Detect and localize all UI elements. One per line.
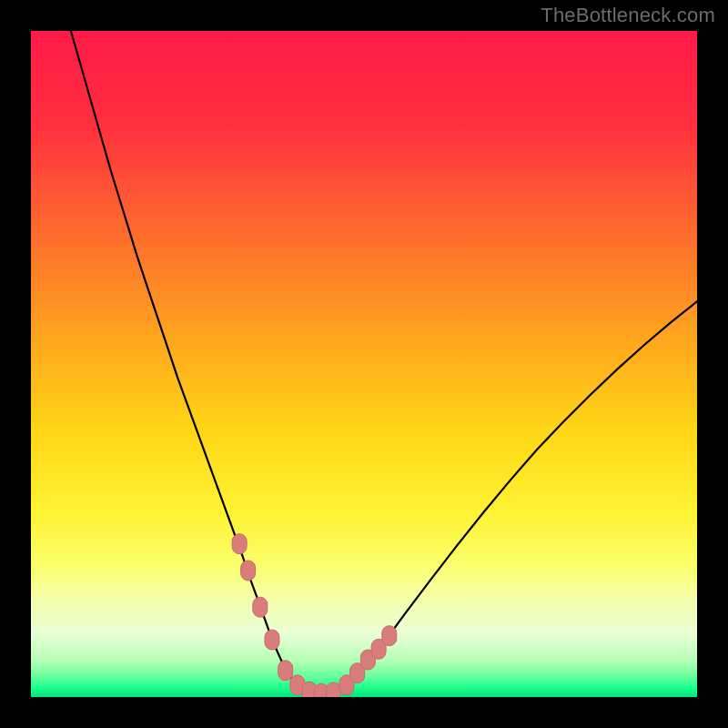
app-frame: TheBottleneck.com: [0, 0, 728, 728]
bottleneck-chart: [31, 31, 697, 697]
watermark-text: TheBottleneck.com: [541, 4, 715, 27]
marker-dot: [232, 534, 247, 554]
marker-dot: [278, 661, 293, 681]
marker-dot: [382, 626, 397, 646]
marker-dot: [265, 630, 279, 650]
marker-dot: [326, 682, 340, 697]
chart-background: [31, 31, 697, 697]
marker-dot: [253, 597, 268, 617]
marker-dot: [241, 561, 256, 581]
